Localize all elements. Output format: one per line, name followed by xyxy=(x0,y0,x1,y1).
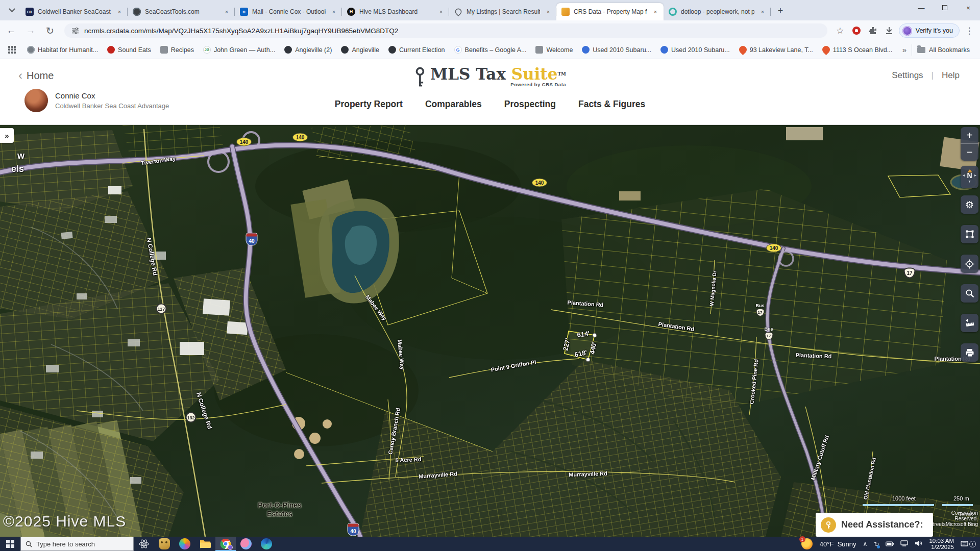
tab-close-icon[interactable]: × xyxy=(758,8,767,16)
weather-widget[interactable]: 1 xyxy=(801,538,813,550)
zoom-search-button[interactable] xyxy=(961,284,978,303)
bookmark-item[interactable]: Habitat for Humanit... xyxy=(23,44,102,56)
bookmark-item[interactable]: Angieville (2) xyxy=(281,44,335,56)
mls-tax-suite-logo[interactable]: MLS Tax SuiteTM Powered by CRS Data xyxy=(414,65,566,88)
taskbar-app-chrome[interactable] xyxy=(215,537,236,551)
locate-button[interactable] xyxy=(961,255,978,273)
dotloop-favicon-icon xyxy=(669,8,677,16)
arrow-down-icon[interactable]: ▼ xyxy=(968,179,971,185)
bookmark-item[interactable]: Recipes xyxy=(157,44,198,56)
forward-button[interactable]: → xyxy=(22,22,39,39)
zoom-in-button[interactable]: + xyxy=(961,127,978,144)
arrow-right-icon[interactable]: ► xyxy=(974,172,977,179)
nav-item-comparables[interactable]: Comparables xyxy=(425,99,482,110)
browser-tab[interactable]: dotloop - peoplework, not pap× xyxy=(664,3,771,20)
key-icon xyxy=(414,67,426,88)
tray-network-icon[interactable] xyxy=(900,539,908,548)
tray-battery-icon[interactable] xyxy=(886,539,894,548)
tab-close-icon[interactable]: × xyxy=(115,8,124,16)
map-canvas[interactable]: Tiverton WayN College RdN College RdMabe… xyxy=(0,125,980,537)
taskbar-app-assistant[interactable] xyxy=(154,537,175,551)
tab-close-icon[interactable]: × xyxy=(544,8,552,16)
zoom-out-button[interactable]: − xyxy=(961,144,978,161)
new-tab-button[interactable]: + xyxy=(773,3,788,18)
notification-center[interactable]: 1 xyxy=(961,541,976,547)
mls-tax-suite-header: ‹ Home MLS Tax SuiteTM Powered by CRS Da… xyxy=(0,59,980,125)
reload-button[interactable]: ↻ xyxy=(42,22,58,39)
tab-search-button[interactable] xyxy=(3,2,20,19)
scale-feet-label: 1000 feet xyxy=(892,495,916,502)
bookmark-item[interactable]: Current Election xyxy=(385,44,449,56)
url-bar[interactable]: ncrmls.crsdata.com/mls/Map/VQzJHa5X175sh… xyxy=(64,23,827,38)
measure-button[interactable] xyxy=(961,314,978,332)
bookmark-item[interactable]: Angieville xyxy=(337,44,383,56)
taskbar-app-file-explorer[interactable] xyxy=(195,537,215,551)
bookmark-item[interactable]: JGJohn Green — Auth... xyxy=(200,44,279,56)
tab-close-icon[interactable]: × xyxy=(651,8,659,16)
close-button[interactable]: × xyxy=(957,0,980,15)
browser-menu-icon[interactable]: ⋮ xyxy=(963,24,976,37)
tab-close-icon[interactable]: × xyxy=(330,8,338,16)
bookmark-item[interactable]: Sound Eats xyxy=(104,44,155,56)
blue-favicon-icon xyxy=(660,46,668,54)
taskbar-app-edge[interactable] xyxy=(256,537,277,551)
key-icon xyxy=(821,517,836,533)
bookmark-item[interactable]: Used 2010 Subaru... xyxy=(578,44,655,56)
taskbar-app-atom[interactable] xyxy=(134,537,154,551)
weather-temp[interactable]: 40°F Sunny xyxy=(820,540,856,548)
print-button[interactable] xyxy=(961,343,978,362)
minimize-button[interactable]: — xyxy=(910,0,933,15)
tray-chevron-up-icon[interactable]: ∧ xyxy=(863,540,868,547)
desktop: CBColdwell Banker SeaCoast Adva×SeaCoast… xyxy=(0,0,980,551)
verify-profile-button[interactable]: Verify it's you xyxy=(899,23,960,38)
nav-item-facts-figures[interactable]: Facts & Figures xyxy=(578,99,645,110)
bookmark-item[interactable]: Welcome xyxy=(532,44,576,56)
settings-link[interactable]: Settings xyxy=(892,70,923,81)
arrow-left-icon[interactable]: ◄ xyxy=(962,172,966,179)
pin-favicon-icon xyxy=(821,44,831,55)
bookmark-label: Sound Eats xyxy=(118,46,151,54)
bookmark-item[interactable]: GBenefits – Google A... xyxy=(451,44,530,56)
browser-tab[interactable]: SeaCoastTools.com× xyxy=(128,3,235,20)
bookmark-star-icon[interactable]: ☆ xyxy=(834,24,847,37)
back-button[interactable]: ← xyxy=(3,22,19,39)
tray-volume-icon[interactable] xyxy=(915,539,922,548)
tray-sync-icon[interactable]: ↻ xyxy=(874,539,879,548)
browser-tab[interactable]: oMail - Connie Cox - Outlook× xyxy=(235,3,342,20)
bookmark-item[interactable]: Used 2010 Subaru... xyxy=(657,44,733,56)
bookmark-item[interactable]: 1113 S Ocean Blvd... xyxy=(819,44,896,56)
all-bookmarks-button[interactable]: All Bookmarks xyxy=(912,44,975,56)
apps-grid-icon[interactable] xyxy=(8,46,16,54)
download-icon[interactable] xyxy=(883,24,896,37)
nav-item-property-report[interactable]: Property Report xyxy=(335,99,403,110)
home-link[interactable]: ‹ Home xyxy=(18,68,54,83)
adblock-extension-icon[interactable] xyxy=(850,24,863,37)
select-area-button[interactable] xyxy=(961,225,978,243)
hive-favicon-icon: H xyxy=(347,8,355,16)
dark-favicon-icon xyxy=(341,46,349,54)
taskbar-app-photos[interactable] xyxy=(236,537,256,551)
bookmarks-overflow-button[interactable]: » xyxy=(897,45,912,54)
compass-control[interactable]: ◄N► ▼ xyxy=(961,166,978,188)
browser-tab[interactable]: My Listings | Search Results | fle× xyxy=(449,3,556,20)
panel-expand-button[interactable]: » xyxy=(0,128,14,143)
browser-tab[interactable]: CRS Data - Property Map for× xyxy=(556,3,664,20)
browser-tab[interactable]: CBColdwell Banker SeaCoast Adva× xyxy=(20,3,128,20)
taskbar-search[interactable]: Type here to search xyxy=(20,537,134,551)
tab-close-icon[interactable]: × xyxy=(223,8,231,16)
map-settings-button[interactable]: ⚙ xyxy=(961,195,978,214)
tab-close-icon[interactable]: × xyxy=(437,8,445,16)
start-button[interactable] xyxy=(0,537,20,551)
bookmark-item[interactable]: 93 Lakeview Lane, T... xyxy=(736,44,817,56)
need-assistance-button[interactable]: Need Assistance?: xyxy=(816,513,933,537)
extensions-puzzle-icon[interactable] xyxy=(866,24,879,37)
site-controls-icon[interactable] xyxy=(71,27,79,35)
terms-link[interactable]: Terms xyxy=(959,512,973,517)
browser-tab[interactable]: HHive MLS Dashboard× xyxy=(342,3,449,20)
taskbar-clock[interactable]: 10:03 AM 1/2/2025 xyxy=(929,538,954,550)
atom-icon xyxy=(138,538,150,549)
taskbar-app-copilot[interactable] xyxy=(175,537,195,551)
help-link[interactable]: Help xyxy=(942,70,960,81)
maximize-button[interactable] xyxy=(933,0,957,15)
nav-item-prospecting[interactable]: Prospecting xyxy=(504,99,556,110)
